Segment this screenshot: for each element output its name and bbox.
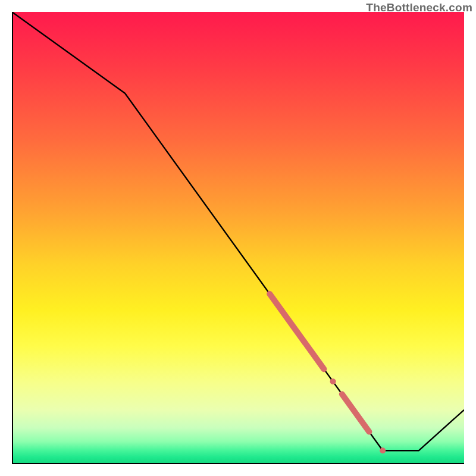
line-layer bbox=[12, 12, 464, 464]
bottleneck-curve bbox=[12, 12, 464, 450]
highlight-dot-2 bbox=[380, 447, 386, 453]
plot-area bbox=[12, 12, 464, 464]
highlight-segment-2 bbox=[342, 394, 369, 431]
highlight-dot-1 bbox=[330, 378, 336, 384]
y-axis bbox=[12, 12, 13, 464]
bottleneck-chart: TheBottleneck.com bbox=[0, 0, 476, 476]
x-axis bbox=[12, 463, 464, 464]
highlight-segment-1 bbox=[270, 294, 324, 369]
watermark-text: TheBottleneck.com bbox=[366, 1, 472, 14]
